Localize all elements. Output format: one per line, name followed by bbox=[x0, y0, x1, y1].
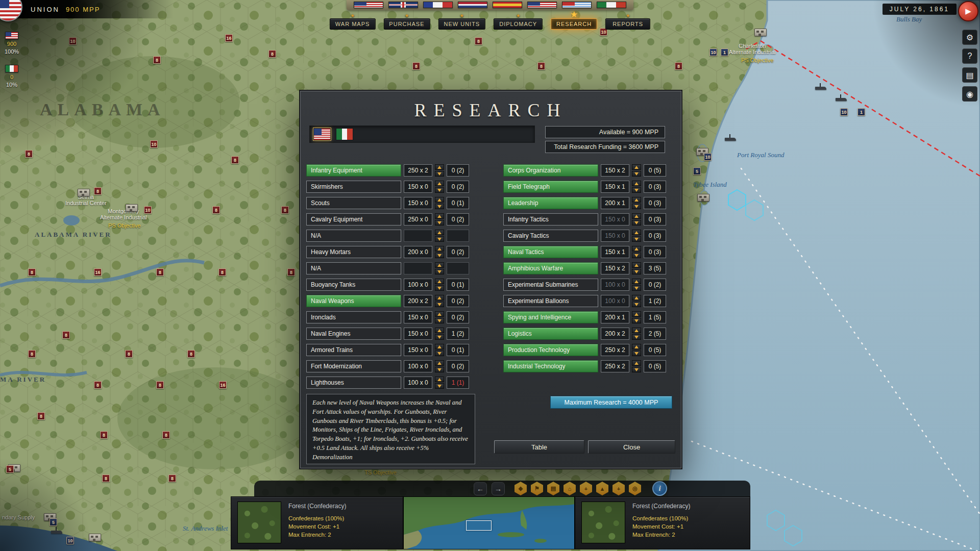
research-item-name[interactable]: Corps Organization bbox=[503, 164, 598, 177]
research-item-name[interactable]: Experimental Submarines bbox=[503, 279, 598, 291]
ship-icon[interactable] bbox=[836, 98, 847, 101]
menu-item[interactable]: ★ Purchase bbox=[383, 13, 430, 30]
info-button[interactable]: i bbox=[652, 481, 667, 496]
unit-marker[interactable]: 8 bbox=[187, 350, 195, 358]
unit-marker[interactable]: 8 bbox=[62, 331, 70, 339]
unit-marker[interactable]: 8 bbox=[287, 268, 295, 276]
unit-marker[interactable]: 1 bbox=[721, 48, 728, 56]
research-item-name[interactable]: Amphibious Warfare bbox=[503, 262, 598, 274]
spinner-up-icon[interactable] bbox=[435, 311, 444, 317]
spinner-up-icon[interactable] bbox=[632, 311, 641, 317]
unit-marker[interactable]: 8 bbox=[156, 268, 164, 276]
research-item-name[interactable]: Scouts bbox=[306, 197, 401, 209]
research-item-name[interactable]: Cavalry Tactics bbox=[503, 230, 598, 242]
unit-marker[interactable]: 8 bbox=[94, 187, 102, 195]
unit-marker[interactable]: 10 bbox=[704, 153, 712, 161]
flag-icon[interactable] bbox=[388, 2, 418, 8]
flag-icon[interactable] bbox=[562, 2, 592, 8]
spinner-down-icon[interactable] bbox=[435, 318, 444, 323]
spinner-up-icon[interactable] bbox=[632, 262, 641, 268]
hex-action-button[interactable]: ◈ bbox=[514, 482, 527, 495]
menu-item[interactable]: ★ War Maps bbox=[330, 13, 376, 30]
spinner-down-icon[interactable] bbox=[632, 253, 641, 258]
ship-icon[interactable] bbox=[51, 531, 62, 534]
spinner-down-icon[interactable] bbox=[435, 269, 444, 274]
menu-item[interactable]: ★ New Units bbox=[438, 13, 485, 30]
spinner-down-icon[interactable] bbox=[435, 334, 444, 340]
research-item-name[interactable]: Experimental Balloons bbox=[503, 295, 598, 307]
unit-marker[interactable]: 8 bbox=[25, 150, 33, 158]
unit-marker[interactable]: 8 bbox=[28, 350, 36, 358]
spinner-down-icon[interactable] bbox=[632, 171, 641, 177]
spinner-down-icon[interactable] bbox=[435, 350, 444, 356]
spinner-down-icon[interactable] bbox=[435, 253, 444, 258]
table-button[interactable]: Table bbox=[494, 440, 584, 454]
spinner-up-icon[interactable] bbox=[435, 279, 444, 284]
spinner-up-icon[interactable] bbox=[632, 328, 641, 333]
spinner-up-icon[interactable] bbox=[632, 360, 641, 366]
spinner-down-icon[interactable] bbox=[632, 318, 641, 323]
unit-marker[interactable]: 8 bbox=[94, 381, 102, 389]
unit-marker[interactable]: 8 bbox=[168, 474, 176, 482]
close-button[interactable]: Close bbox=[588, 440, 675, 454]
spinner-up-icon[interactable] bbox=[632, 295, 641, 300]
hex-action-button[interactable]: ⚑ bbox=[531, 482, 543, 495]
research-item-name[interactable]: Production Technology bbox=[503, 344, 598, 356]
unit-marker[interactable]: 16 bbox=[94, 268, 102, 276]
research-item-name[interactable]: Buoyancy Tanks bbox=[306, 279, 401, 291]
spinner-down-icon[interactable] bbox=[632, 204, 641, 209]
minimap-viewport[interactable] bbox=[466, 520, 492, 531]
unit-marker[interactable]: 5 bbox=[693, 167, 701, 175]
research-item-name[interactable]: Leadership bbox=[503, 197, 598, 209]
spinner-up-icon[interactable] bbox=[632, 181, 641, 186]
research-item-name[interactable]: Infantry Equipment bbox=[306, 164, 401, 177]
spinner-up-icon[interactable] bbox=[435, 181, 444, 186]
flag-icon[interactable] bbox=[458, 2, 487, 8]
flag-icon[interactable] bbox=[354, 2, 383, 8]
spinner-down-icon[interactable] bbox=[632, 187, 641, 193]
ship-icon[interactable] bbox=[815, 87, 826, 90]
research-item-name[interactable]: Naval Engines bbox=[306, 328, 401, 340]
unit-marker[interactable]: 10 bbox=[66, 537, 74, 544]
menu-item[interactable]: ★ Reports bbox=[605, 13, 650, 30]
unit-marker[interactable]: 8 bbox=[102, 474, 110, 482]
spinner-down-icon[interactable] bbox=[632, 236, 641, 242]
unit-marker[interactable]: 8 bbox=[153, 56, 161, 64]
spinner-up-icon[interactable] bbox=[435, 164, 444, 170]
save-button[interactable]: ▤ bbox=[962, 67, 977, 83]
previous-unit-button[interactable]: ← bbox=[474, 482, 487, 495]
city-icon[interactable] bbox=[89, 534, 101, 541]
research-item-name[interactable]: Cavalry Equipment bbox=[306, 213, 401, 226]
mexico-country-tab[interactable] bbox=[336, 128, 353, 140]
research-item-name[interactable]: Lighthouses bbox=[306, 377, 401, 389]
research-item-name[interactable]: Logistics bbox=[503, 328, 598, 340]
hex-action-button[interactable]: + bbox=[580, 482, 592, 495]
spinner-up-icon[interactable] bbox=[632, 344, 641, 349]
spinner-up-icon[interactable] bbox=[632, 164, 641, 170]
spinner-down-icon[interactable] bbox=[632, 334, 641, 340]
unit-marker[interactable]: 8 bbox=[218, 268, 226, 276]
spinner-down-icon[interactable] bbox=[435, 187, 444, 193]
spinner-up-icon[interactable] bbox=[632, 213, 641, 219]
research-item-name[interactable]: Infantry Tactics bbox=[503, 213, 598, 226]
hex-action-button[interactable]: ▤ bbox=[547, 482, 559, 495]
research-item-name[interactable]: N/A bbox=[306, 262, 401, 274]
spinner-down-icon[interactable] bbox=[435, 220, 444, 226]
unit-marker[interactable]: 8 bbox=[281, 206, 289, 214]
research-item-name[interactable]: Skirmishers bbox=[306, 181, 401, 193]
spinner-up-icon[interactable] bbox=[435, 197, 444, 203]
research-item-name[interactable]: Fort Modernization bbox=[306, 360, 401, 372]
power-button[interactable]: ◉ bbox=[962, 86, 977, 102]
city-icon[interactable] bbox=[697, 194, 709, 202]
city-icon[interactable] bbox=[78, 189, 90, 196]
research-item-name[interactable]: Heavy Mortars bbox=[306, 246, 401, 258]
spinner-up-icon[interactable] bbox=[435, 360, 444, 366]
unit-marker[interactable]: 8 bbox=[162, 431, 170, 439]
unit-marker[interactable]: 8 bbox=[412, 62, 420, 70]
unit-marker[interactable]: 8 bbox=[212, 206, 220, 214]
hex-action-button[interactable]: ▲ bbox=[596, 482, 608, 495]
spinner-up-icon[interactable] bbox=[435, 230, 444, 235]
city-icon[interactable] bbox=[126, 204, 138, 212]
spinner-down-icon[interactable] bbox=[435, 383, 444, 389]
research-item-name[interactable]: Ironclads bbox=[306, 311, 401, 323]
